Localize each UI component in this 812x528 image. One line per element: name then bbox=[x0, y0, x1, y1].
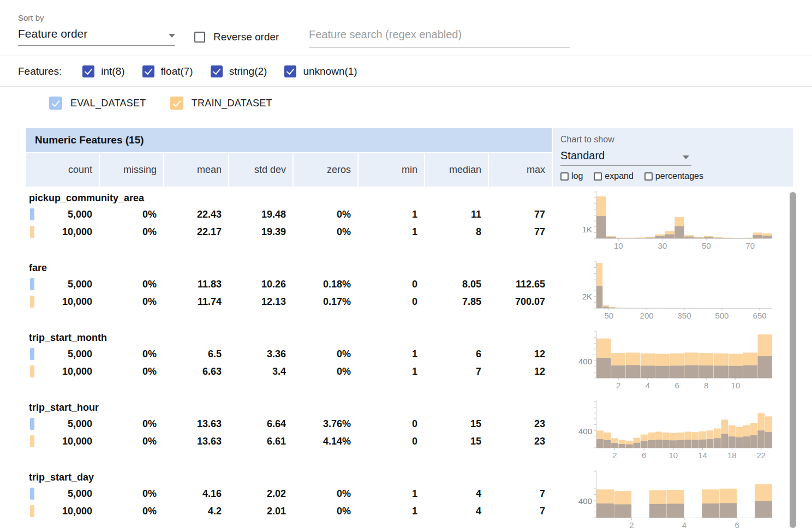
reverse-order-control[interactable]: Reverse order bbox=[194, 31, 279, 43]
search-input[interactable] bbox=[309, 28, 570, 47]
eval-bar bbox=[757, 356, 772, 378]
stat-value-mean: 22.43 bbox=[164, 209, 228, 220]
axis-tick-label: 10 bbox=[731, 381, 741, 390]
feature-block-trip_start_hour: trip_start_hour5,0000%13.636.643.76%0152… bbox=[26, 398, 812, 467]
axis-tick-label: 400 bbox=[578, 427, 592, 436]
eval-bar bbox=[757, 430, 765, 448]
eval-bar bbox=[641, 365, 655, 378]
feature-chart: 103050701K bbox=[552, 188, 774, 258]
feature-type-filter-1[interactable]: float(7) bbox=[142, 65, 193, 77]
feature-type-checkbox-3[interactable] bbox=[284, 65, 296, 77]
feature-block-pickup_community_area: pickup_community_area5,0000%22.4319.480%… bbox=[26, 188, 812, 258]
chart-toggle-checkbox-percentages[interactable] bbox=[644, 172, 653, 181]
dataset-label: EVAL_DATASET bbox=[70, 98, 146, 109]
eval-bar bbox=[604, 440, 611, 448]
reverse-order-checkbox[interactable] bbox=[194, 32, 205, 43]
chart-type-select[interactable]: Standard bbox=[560, 145, 691, 166]
axis-tick-label: 30 bbox=[658, 241, 667, 250]
toolbar: Sort by Feature order Reverse order bbox=[0, 0, 812, 56]
stat-value-std-dev: 6.61 bbox=[229, 436, 292, 447]
stat-value-std-dev: 6.64 bbox=[229, 418, 292, 430]
eval-bar bbox=[665, 235, 674, 238]
feature-type-filter-2[interactable]: string(2) bbox=[211, 65, 267, 77]
axis-tick-label: 2 bbox=[629, 520, 634, 528]
eval-bar bbox=[626, 365, 640, 378]
eval-bar bbox=[677, 440, 684, 448]
chart-toggle-label: log bbox=[571, 171, 583, 181]
eval-bar bbox=[611, 365, 625, 378]
eval-bar bbox=[614, 505, 632, 518]
feature-type-checkbox-2[interactable] bbox=[211, 65, 223, 77]
eval-bar bbox=[750, 435, 757, 448]
eval-bar bbox=[692, 440, 699, 448]
eval-bar bbox=[684, 237, 694, 238]
axis-tick-label: 6 bbox=[642, 451, 646, 460]
stat-value-std-dev: 10.26 bbox=[229, 279, 292, 290]
axis-tick-label: 4 bbox=[646, 381, 650, 390]
stat-value-mean: 13.63 bbox=[164, 436, 228, 447]
axis-tick-label: 650 bbox=[753, 311, 767, 320]
eval-bar bbox=[626, 445, 633, 448]
stat-value-mean: 4.16 bbox=[164, 488, 228, 500]
axis-tick-label: 2 bbox=[612, 451, 617, 460]
stat-value-max: 12 bbox=[489, 366, 552, 377]
feature-type-filterbar: Features: int(8)float(7)string(2)unknown… bbox=[0, 56, 812, 87]
feature-block-trip_start_day: trip_start_day5,0000%4.162.020%14710,000… bbox=[26, 467, 812, 528]
stat-value-median: 15 bbox=[425, 436, 488, 447]
chart-toggle-label: percentages bbox=[655, 171, 703, 181]
stat-value-count: 10,000 bbox=[26, 296, 99, 308]
feature-type-filter-3[interactable]: unknown(1) bbox=[284, 65, 357, 77]
feature-stats: pickup_community_area5,0000%22.4319.480%… bbox=[26, 188, 552, 258]
column-header-missing: missing bbox=[100, 153, 163, 187]
eval-bar bbox=[714, 238, 723, 238]
column-header-std-dev: std dev bbox=[229, 153, 292, 187]
eval-bar bbox=[616, 308, 622, 308]
dataset-checkbox-1[interactable] bbox=[170, 97, 183, 110]
feature-type-checkbox-1[interactable] bbox=[142, 65, 154, 77]
stat-value-min: 0 bbox=[359, 436, 424, 447]
eval-bar bbox=[729, 436, 736, 448]
axis-tick-label: 10 bbox=[614, 241, 623, 250]
eval-bar bbox=[606, 237, 616, 238]
histogram-chart: 103050701K bbox=[568, 190, 774, 255]
eval-bar bbox=[655, 366, 670, 378]
feature-stats: fare5,0000%11.8310.260.18%08.05112.6510,… bbox=[26, 258, 552, 328]
stat-value-count: 5,000 bbox=[26, 349, 99, 360]
dataset-toggle-1[interactable]: TRAIN_DATASET bbox=[170, 97, 272, 110]
eval-bar bbox=[729, 366, 743, 378]
feature-chart: 2610141822400 bbox=[552, 398, 774, 467]
eval-bar bbox=[609, 308, 615, 308]
chart-toggle-checkbox-log[interactable] bbox=[560, 172, 569, 181]
stat-value-max: 7 bbox=[489, 488, 552, 500]
feature-type-label: int(8) bbox=[101, 65, 124, 77]
feature-rows: pickup_community_area5,0000%22.4319.480%… bbox=[26, 188, 812, 528]
axis-tick-label: 22 bbox=[757, 451, 766, 460]
dataset-toggle-0[interactable]: EVAL_DATASET bbox=[49, 97, 146, 110]
chart-toggle-expand[interactable]: expand bbox=[594, 171, 634, 181]
sort-by-select[interactable]: Feature order bbox=[18, 27, 175, 46]
eval-marker bbox=[30, 278, 34, 290]
stat-value-std-dev: 2.02 bbox=[229, 488, 292, 500]
axis-tick-label: 50 bbox=[605, 311, 614, 320]
chart-toggle-log[interactable]: log bbox=[560, 171, 583, 181]
chart-toggle-checkbox-expand[interactable] bbox=[594, 172, 602, 181]
eval-bar bbox=[596, 503, 614, 518]
chart-type-value: Standard bbox=[560, 149, 605, 162]
stat-value-missing: 0% bbox=[100, 488, 163, 500]
stats-row-eval: 5,0000%11.8310.260.18%08.05112.65 bbox=[26, 275, 552, 293]
eval-bar bbox=[648, 440, 655, 448]
axis-tick-label: 6 bbox=[674, 381, 679, 390]
chart-toggle-percentages[interactable]: percentages bbox=[644, 171, 703, 181]
stat-value-min: 1 bbox=[359, 209, 424, 220]
feature-type-filter-0[interactable]: int(8) bbox=[82, 65, 124, 77]
stat-value-max: 700.07 bbox=[489, 296, 552, 308]
dataset-checkbox-0[interactable] bbox=[49, 97, 62, 110]
stat-value-min: 1 bbox=[359, 506, 424, 517]
scrollbar-thumb[interactable] bbox=[790, 192, 796, 528]
stat-value-median: 15 bbox=[425, 418, 488, 430]
eval-bar bbox=[699, 440, 706, 448]
stat-value-mean: 13.63 bbox=[164, 418, 228, 430]
eval-bar bbox=[603, 307, 609, 308]
stat-value-median: 8 bbox=[425, 226, 488, 238]
feature-type-checkbox-0[interactable] bbox=[82, 65, 94, 77]
